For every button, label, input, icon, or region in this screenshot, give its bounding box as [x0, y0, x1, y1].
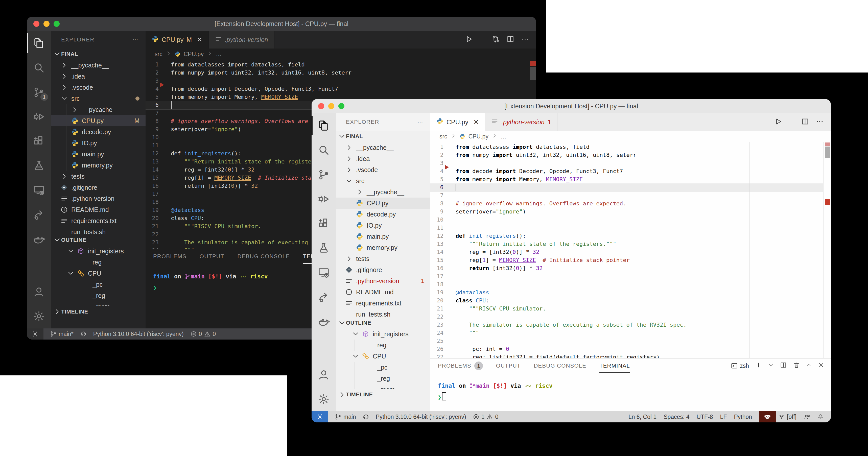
file-tree-item--vscode[interactable]: .vscode: [51, 82, 146, 93]
activitybar-item-account[interactable]: [27, 280, 51, 304]
activitybar-item-extensions[interactable]: [312, 211, 336, 236]
breadcrumb[interactable]: srcCPU.py…: [146, 48, 536, 60]
tab-close-button[interactable]: ✕: [473, 118, 479, 126]
status-python-interpreter[interactable]: Python 3.10.0 64-bit ('riscv': pyenv): [93, 331, 184, 337]
file-tree-item--pycache-[interactable]: __pycache__: [51, 104, 146, 115]
status-branch[interactable]: main: [335, 414, 356, 420]
activitybar-item-search[interactable]: [27, 55, 51, 80]
window-titlebar[interactable]: [Extension Development Host] - CPU.py — …: [27, 17, 536, 31]
panel-tab-terminal[interactable]: TERMINAL: [599, 358, 630, 373]
notifications-bell-icon[interactable]: [817, 414, 824, 420]
panel-tab-problems[interactable]: PROBLEMS1: [438, 358, 483, 373]
outline-item-CPU[interactable]: CPU: [51, 268, 146, 279]
tab--python-version[interactable]: .python-version: [209, 31, 274, 48]
activitybar-item-account[interactable]: [312, 362, 336, 387]
file-tree-item-io-py[interactable]: IO.py: [336, 220, 430, 231]
extension-host-icon[interactable]: [759, 411, 776, 422]
breadcrumb-more[interactable]: …: [216, 51, 222, 58]
status-problems[interactable]: 10: [473, 414, 499, 420]
explorer-more-actions[interactable]: ⋯: [417, 119, 424, 125]
activitybar-item-files[interactable]: [27, 31, 51, 55]
activitybar-item-testing[interactable]: [312, 236, 336, 260]
file-tree-item-readme-md[interactable]: README.md: [336, 287, 430, 298]
status-item-3[interactable]: LF: [720, 414, 727, 420]
explorer-more-actions[interactable]: ⋯: [133, 36, 139, 43]
breadcrumb-root[interactable]: src: [439, 133, 447, 140]
activitybar-item-remote[interactable]: [27, 178, 51, 202]
sync-icon[interactable]: [80, 331, 87, 337]
chev-down-button[interactable]: [479, 36, 485, 43]
terminal-shell-indicator[interactable]: zsh: [731, 362, 749, 369]
remote-indicator[interactable]: [312, 411, 328, 422]
outline-item-reg[interactable]: _reg: [336, 373, 430, 384]
outline-item-init_registers[interactable]: init_registers: [336, 328, 430, 339]
status-item-2[interactable]: UTF-8: [696, 414, 713, 420]
outline-item-init_registers[interactable]: init_registers: [51, 246, 146, 257]
activitybar-item-scm[interactable]: [312, 162, 336, 187]
file-tree-item-src[interactable]: src: [51, 93, 146, 104]
activitybar-item-docker[interactable]: [312, 309, 336, 334]
panel-tab-debug-console[interactable]: DEBUG CONSOLE: [534, 358, 587, 373]
file-tree-item--pycache-[interactable]: __pycache__: [336, 142, 430, 153]
file-tree-item--pycache-[interactable]: __pycache__: [336, 187, 430, 198]
split-button[interactable]: [801, 118, 809, 127]
breadcrumb-more[interactable]: …: [501, 133, 506, 140]
section-final[interactable]: FINAL: [336, 131, 430, 142]
outline-item-CPU[interactable]: CPU: [336, 351, 430, 362]
panel-tab-output[interactable]: OUTPUT: [496, 358, 521, 373]
code-editor[interactable]: 1from dataclasses import dataclass, fiel…: [430, 142, 831, 358]
outline-item-pc[interactable]: _pc: [51, 279, 146, 290]
panel-tab-output[interactable]: OUTPUT: [199, 249, 224, 264]
feedback-icon[interactable]: [804, 414, 810, 420]
file-tree-item-requirements-txt[interactable]: requirements.txt: [51, 215, 146, 226]
ellipsis-button[interactable]: [816, 118, 824, 127]
chev-d-button[interactable]: [768, 362, 774, 369]
play-button[interactable]: [465, 35, 473, 44]
section-final[interactable]: FINAL: [51, 48, 146, 60]
activitybar-item-debug[interactable]: [312, 187, 336, 211]
terminal-output[interactable]: final on main [$!] via riscv❯: [430, 373, 831, 402]
trash-button[interactable]: [793, 361, 800, 370]
outline-item-mem[interactable]: _mem: [51, 301, 146, 306]
activitybar-item-share[interactable]: [27, 202, 51, 227]
file-tree-item-requirements-txt[interactable]: requirements.txt: [336, 298, 430, 309]
activitybar-item-search[interactable]: [312, 138, 336, 162]
tab-close-button[interactable]: ✕: [197, 36, 203, 44]
terminal-input-line[interactable]: ❯: [438, 392, 831, 402]
file-tree-item-tests[interactable]: tests: [336, 253, 430, 264]
overview-ruler[interactable]: [824, 142, 831, 358]
breadcrumb-root[interactable]: src: [155, 51, 162, 58]
panel-tab-problems[interactable]: PROBLEMS: [153, 249, 186, 264]
vscode-window-front[interactable]: [Extension Development Host] - CPU.py — …: [312, 99, 831, 422]
status-item-0[interactable]: Ln 6, Col 1: [628, 414, 656, 420]
activitybar-item-extensions[interactable]: [27, 129, 51, 153]
ellipsis-button[interactable]: [521, 35, 529, 44]
plus-button[interactable]: [755, 361, 762, 370]
close-button[interactable]: [818, 361, 825, 370]
status-branch[interactable]: main*: [50, 331, 73, 337]
file-tree-item--idea[interactable]: .idea: [51, 71, 146, 82]
breadcrumb-file[interactable]: CPU.py: [184, 51, 204, 58]
file-tree-item-cpu-py[interactable]: CPU.pyM: [51, 115, 146, 126]
file-tree-item--vscode[interactable]: .vscode: [336, 164, 430, 175]
breadcrumb-file[interactable]: CPU.py: [468, 133, 489, 140]
activitybar-item-remote[interactable]: [312, 260, 336, 285]
timeline-header[interactable]: TIMELINE: [336, 389, 430, 400]
file-tree-item-tests[interactable]: tests: [51, 171, 146, 182]
timeline-header[interactable]: TIMELINE: [51, 306, 146, 317]
file-tree-item-main-py[interactable]: main.py: [51, 149, 146, 160]
file-tree-item-memory-py[interactable]: memory.py: [51, 160, 146, 171]
file-tree-item-decode-py[interactable]: decode.py: [336, 209, 430, 220]
status-problems[interactable]: 00: [190, 331, 216, 337]
tab-cpu-py[interactable]: CPU.py✕: [430, 113, 485, 131]
tab--python-version[interactable]: .python-version1: [485, 113, 557, 131]
breadcrumb[interactable]: srcCPU.py…: [430, 131, 831, 142]
sync-icon[interactable]: [363, 414, 369, 420]
split-button[interactable]: [780, 361, 787, 370]
file-tree-item-decode-py[interactable]: decode.py: [51, 126, 146, 137]
activitybar-item-docker[interactable]: [27, 227, 51, 251]
status-python-interpreter[interactable]: Python 3.10.0 64-bit ('riscv': pyenv): [376, 414, 466, 420]
tab-cpu-py[interactable]: CPU.pyM✕: [146, 31, 209, 48]
file-tree-item-src[interactable]: src: [336, 175, 430, 187]
activitybar-item-files[interactable]: [312, 113, 336, 138]
